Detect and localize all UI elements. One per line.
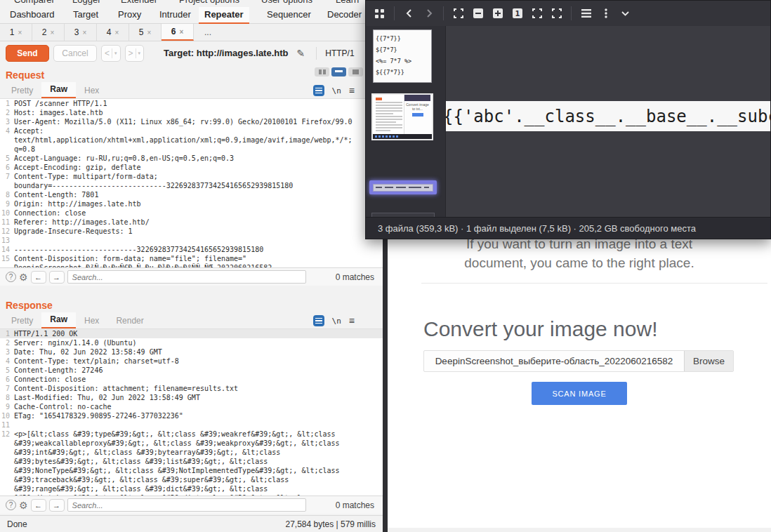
viewer-canvas[interactable]: {{'abc'.__class__.__base__.__subclasses_… (446, 26, 770, 217)
request-editor[interactable]: 1POST /scanner HTTP/1.12Host: images.lat… (0, 98, 383, 267)
help-icon[interactable]: ? (6, 272, 16, 282)
view-tab-pretty[interactable]: Pretty (3, 84, 41, 98)
tab-target[interactable]: Target (67, 7, 104, 22)
browse-button[interactable]: Browse (684, 351, 733, 371)
gear-icon[interactable]: ⚙ (19, 500, 28, 511)
tab-decoder[interactable]: Decoder (322, 7, 367, 22)
history-back-button[interactable]: <▾ (101, 45, 121, 62)
editor-menu-icon[interactable]: ≡ (349, 315, 355, 326)
gear-icon[interactable]: ⚙ (19, 272, 28, 283)
code-line: 7Content-Disposition: attachment; filena… (0, 384, 383, 393)
response-search-input[interactable] (67, 498, 306, 512)
ssti-payload-text: {{'abc'.__class__.__base__.__subclasses_… (446, 107, 770, 126)
repeater-tab-more[interactable]: ... (194, 24, 222, 41)
layout-switcher (315, 67, 363, 77)
repeater-tab-2[interactable]: 2× (32, 24, 65, 41)
status-done-label: Done (7, 519, 27, 529)
soft-wrap-icon[interactable] (313, 85, 324, 96)
repeater-tab-3[interactable]: 3× (65, 24, 97, 41)
thumbnail-selected-payload-image[interactable] (369, 180, 437, 194)
image-viewer-window: 1 {{7*7}} ${7*7} <%= 7*7 %> ${{7*7}} (365, 0, 771, 239)
response-title: Response (6, 300, 53, 311)
repeater-tab-5[interactable]: 5× (129, 24, 162, 41)
code-line: 15Content-Disposition: form-data; name="… (0, 254, 383, 263)
scan-image-button[interactable]: SCAN IMAGE (532, 382, 627, 405)
response-editor[interactable]: 1HTTP/1.1 200 OK2Server: nginx/1.14.0 (U… (0, 328, 383, 496)
menu-item-logger[interactable]: Logger (72, 0, 100, 5)
zoom-out-icon[interactable] (473, 8, 483, 19)
code-line: 1POST /scanner HTTP/1.1 (0, 99, 383, 108)
code-line: 14-----------------------------322692837… (0, 245, 383, 254)
edit-target-pencil-icon[interactable]: ✎ (297, 48, 305, 59)
code-line: &#39;range&#39;&gt;, &lt;class &#39;dict… (0, 484, 383, 493)
more-options-kebab-icon[interactable] (600, 8, 611, 19)
divider (421, 283, 767, 284)
tab-repeater[interactable]: Repeater (199, 7, 249, 24)
search-next-button[interactable]: → (49, 271, 65, 284)
chevron-down-icon[interactable] (620, 8, 631, 19)
chevron-down-icon[interactable]: ▾ (114, 51, 117, 56)
menu-item-project-options[interactable]: Project options (179, 0, 239, 5)
tab-sequencer[interactable]: Sequencer (261, 7, 317, 22)
repeater-tab-1[interactable]: 1× (0, 24, 32, 41)
tab-intruder[interactable]: Intruder (154, 7, 197, 22)
tab-proxy[interactable]: Proxy (112, 7, 147, 22)
thumbnail-payload-text-file[interactable]: {{7*7}} ${7*7} <%= 7*7 %> ${{7*7}} (373, 29, 432, 83)
search-prev-button[interactable]: ← (31, 499, 46, 512)
layout-single-button[interactable] (348, 67, 363, 77)
repeater-tab-4[interactable]: 4× (97, 24, 129, 41)
tab-dashboard[interactable]: Dashboard (4, 7, 60, 22)
fit-width-icon[interactable] (532, 8, 542, 19)
list-view-icon[interactable] (581, 8, 591, 19)
next-image-icon[interactable] (423, 8, 434, 19)
cancel-button[interactable]: Cancel (53, 45, 97, 62)
zoom-in-icon[interactable] (492, 8, 503, 19)
view-tab-render[interactable]: Render (107, 314, 152, 328)
thumbnails-grid-icon[interactable] (374, 8, 385, 19)
soft-wrap-icon[interactable] (313, 315, 324, 326)
code-line: DeepinScreenshot_Ð²Ñ‹Ð±ÐµÑ€Ð¸Ñ‚Ðµ-Ð¾Ð±Ð»… (0, 263, 383, 267)
help-icon[interactable]: ? (6, 500, 16, 510)
layout-columns-button[interactable] (315, 67, 329, 77)
menu-item-user-options[interactable]: User options (261, 0, 312, 5)
chevron-down-icon[interactable]: ▾ (138, 51, 141, 56)
previous-image-icon[interactable] (404, 8, 414, 19)
code-line: &#39;weakcallableproxy&#39;&gt;, &lt;cla… (0, 439, 383, 448)
show-newlines-icon[interactable]: \n (332, 317, 341, 326)
code-line: text/html,application/xhtml+xml,applicat… (0, 135, 383, 145)
zoom-fit-icon[interactable] (453, 8, 463, 19)
code-line: 4Accept: (0, 126, 383, 135)
thumbnail-screenshot-file[interactable]: Convert image to txt... (371, 93, 433, 140)
view-tab-raw[interactable]: Raw (41, 82, 76, 98)
displayed-image: {{'abc'.__class__.__base__.__subclasses_… (446, 101, 770, 131)
view-tab-hex[interactable]: Hex (76, 314, 107, 328)
convert-heading: Convert your image now! (423, 317, 771, 341)
layout-rows-button[interactable] (331, 67, 346, 77)
editor-menu-icon[interactable]: ≡ (349, 85, 355, 96)
code-line: 13 (0, 236, 383, 245)
code-line: boundary=---------------------------3226… (0, 181, 383, 190)
burp-menu-row-top: ComparerLoggerExtenderProject optionsUse… (0, 0, 383, 7)
http-version-selector[interactable]: HTTP/1 (325, 48, 354, 58)
view-tab-pretty[interactable]: Pretty (3, 314, 41, 328)
view-tab-raw[interactable]: Raw (41, 312, 76, 328)
search-next-button[interactable]: → (49, 499, 65, 512)
send-button[interactable]: Send (6, 45, 49, 62)
viewer-status-bar: 3 файла (359,3 kB) · 1 файл выделен (7,5… (366, 217, 770, 239)
view-tab-hex[interactable]: Hex (76, 84, 107, 98)
menu-item-comparer[interactable]: Comparer (14, 0, 55, 5)
show-newlines-icon[interactable]: \n (332, 86, 341, 95)
file-upload-input[interactable]: DeepinScreenshot_выберите-область_202206… (423, 350, 734, 372)
menu-item-extender[interactable]: Extender (121, 0, 157, 5)
fit-screen-icon[interactable] (551, 8, 562, 19)
request-search-input[interactable] (67, 270, 306, 284)
browser-window: If you want to turn an image into a text… (383, 232, 771, 532)
menu-item-learn[interactable]: Learn (336, 0, 359, 5)
response-match-count: 0 matches (336, 500, 377, 510)
request-view-tabs: PrettyRawHex \n ≡ (0, 83, 383, 98)
code-line: &#39;dict_keys&#39;&gt;, &lt;class &#39;… (0, 493, 383, 496)
history-forward-button[interactable]: >▾ (125, 45, 145, 62)
search-prev-button[interactable]: ← (31, 271, 46, 284)
zoom-actual-size-icon[interactable]: 1 (512, 8, 522, 19)
repeater-tab-6[interactable]: 6× (162, 24, 194, 41)
